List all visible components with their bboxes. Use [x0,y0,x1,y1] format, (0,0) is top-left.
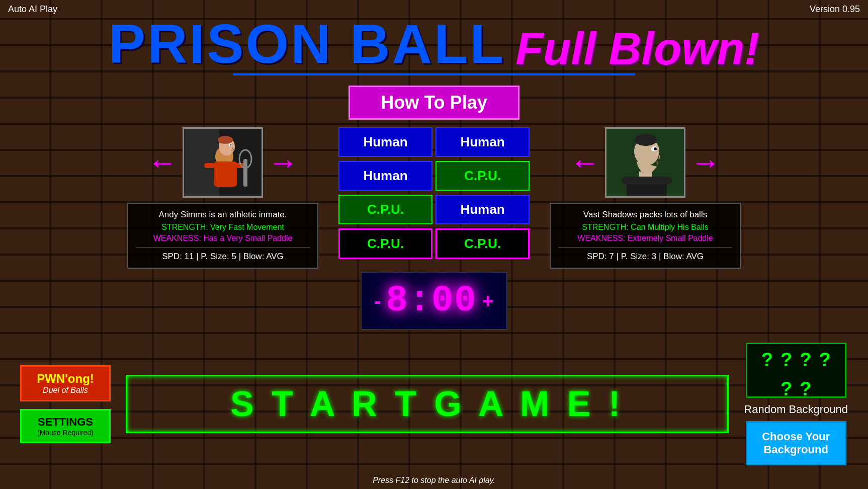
mode-cpu-human-right[interactable]: Human [436,195,530,224]
player1-strength: STRENGTH: Very Fast Movement [136,223,310,232]
question-mark-3: ? [800,349,811,371]
svg-point-7 [230,144,232,146]
settings-button[interactable]: SETTINGS (Mouse Required) [20,409,111,443]
mode-cpu-human-left[interactable]: C.P.U. [338,195,432,224]
player2-info-box: Vast Shadows packs lots of balls STRENGT… [550,203,741,269]
question-mark-6: ? [800,378,811,400]
svg-rect-8 [214,161,237,187]
mode-human-cpu-right[interactable]: C.P.U. [436,161,530,191]
pwnong-button[interactable]: PWN'ong! Duel of Balls [20,365,111,401]
svg-rect-9 [204,163,215,168]
svg-rect-20 [622,177,672,184]
left-buttons: PWN'ong! Duel of Balls SETTINGS (Mouse R… [20,365,111,443]
player1-weakness: WEAKNESS: Has a Very Small Paddle [136,234,310,243]
footer-text: Press F12 to stop the auto AI play. [0,476,868,485]
timer-display: - 8:00 + [361,272,507,330]
svg-rect-2 [184,129,219,198]
player1-portrait [183,127,263,198]
player2-selector: ← [570,127,721,198]
mode-row-4: C.P.U. C.P.U. [338,228,530,259]
player1-stats: SPD: 11 | P. Size: 5 | Blow: AVG [136,247,310,262]
mode-human-human-right[interactable]: Human [436,127,530,157]
pwnong-subtitle: Duel of Balls [31,386,100,395]
player1-info-box: Andy Simms is an athletic inmate. STRENG… [127,203,318,269]
how-to-play-button[interactable]: How To Play [349,86,519,120]
mode-row-2: Human C.P.U. [338,161,530,191]
right-section: ? ? ? ? ? ? Random Background Choose You… [744,343,848,465]
mode-buttons: Human Human Human C.P.U. C.P.U. Human C.… [338,127,530,259]
random-bg-label: Random Background [744,403,848,416]
svg-point-5 [218,136,233,144]
question-mark-5: ? [780,378,792,400]
version-label: Version 0.95 [810,4,860,15]
svg-rect-11 [243,159,247,187]
center-controls: Human Human Human C.P.U. C.P.U. Human C.… [338,127,530,330]
question-mark-1: ? [761,349,773,371]
start-game-button[interactable]: S T A R T G A M E ! [126,375,729,433]
player1-prev-button[interactable]: ← [147,147,178,178]
timer-value: 8:00 [386,280,477,321]
random-bg-box: ? ? ? ? ? ? [746,343,846,398]
player2-prev-button[interactable]: ← [570,147,600,178]
mode-human-cpu-left[interactable]: Human [338,161,432,191]
mode-human-human-left[interactable]: Human [338,127,432,157]
player1-selector: ← [147,127,298,198]
player2-weakness: WEAKNESS: Extremely Small Paddle [558,234,732,243]
auto-ai-label: Auto AI Play [8,4,57,15]
player1-section: ← [117,127,328,269]
svg-point-17 [654,147,657,150]
player2-name: Vast Shadows packs lots of balls [558,210,732,220]
mode-cpu-cpu-right[interactable]: C.P.U. [436,228,530,259]
player2-strength: STRENGTH: Can Multiply His Balls [558,223,732,232]
question-mark-4: ? [819,349,830,371]
settings-label: SETTINGS [38,416,93,428]
player1-next-button[interactable]: → [268,147,298,178]
mode-row-3: C.P.U. Human [338,195,530,224]
player2-portrait [605,127,685,198]
question-mark-2: ? [780,349,792,371]
title-full-blown: Full Blown! [515,26,759,71]
title-prison-ball: PRISON BALL [109,16,506,71]
player2-section: ← [540,127,751,269]
player2-next-button[interactable]: → [690,147,721,178]
player2-stats: SPD: 7 | P. Size: 3 | Blow: AVG [558,247,732,262]
timer-minus-button[interactable]: - [374,290,381,312]
player1-name: Andy Simms is an athletic inmate. [136,210,310,220]
timer-plus-button[interactable]: + [482,290,493,312]
mode-cpu-cpu-left[interactable]: C.P.U. [338,228,432,259]
pwnong-title: PWN'ong! [31,372,100,386]
mode-row-1: Human Human [338,127,530,157]
choose-bg-button[interactable]: Choose YourBackground [746,421,846,465]
settings-sublabel: (Mouse Required) [31,429,100,437]
